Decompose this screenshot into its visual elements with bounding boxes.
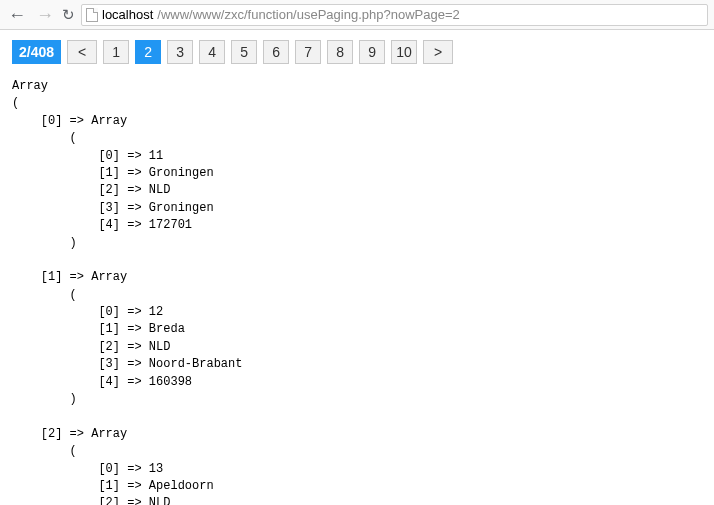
- page-button-2[interactable]: 2: [135, 40, 161, 64]
- address-bar[interactable]: localhost/www/www/zxc/function/usePaging…: [81, 4, 708, 26]
- page-button-5[interactable]: 5: [231, 40, 257, 64]
- page-button-3[interactable]: 3: [167, 40, 193, 64]
- page-button-10[interactable]: 10: [391, 40, 417, 64]
- pagination: 2/408 < 12345678910 >: [12, 40, 702, 64]
- reload-button[interactable]: ↻: [62, 6, 75, 24]
- array-dump: Array ( [0] => Array ( [0] => 11 [1] => …: [12, 78, 702, 505]
- url-host: localhost: [102, 7, 153, 22]
- page-button-1[interactable]: 1: [103, 40, 129, 64]
- browser-toolbar: ← → ↻ localhost/www/www/zxc/function/use…: [0, 0, 714, 30]
- url-path: /www/www/zxc/function/usePaging.php?nowP…: [157, 7, 459, 22]
- page-button-6[interactable]: 6: [263, 40, 289, 64]
- prev-page-button[interactable]: <: [67, 40, 97, 64]
- next-page-button[interactable]: >: [423, 40, 453, 64]
- page-icon: [86, 8, 98, 22]
- forward-button[interactable]: →: [34, 6, 56, 24]
- page-button-9[interactable]: 9: [359, 40, 385, 64]
- page-button-7[interactable]: 7: [295, 40, 321, 64]
- back-button[interactable]: ←: [6, 6, 28, 24]
- page-content: 2/408 < 12345678910 > Array ( [0] => Arr…: [0, 30, 714, 505]
- page-indicator: 2/408: [12, 40, 61, 64]
- page-button-4[interactable]: 4: [199, 40, 225, 64]
- page-button-8[interactable]: 8: [327, 40, 353, 64]
